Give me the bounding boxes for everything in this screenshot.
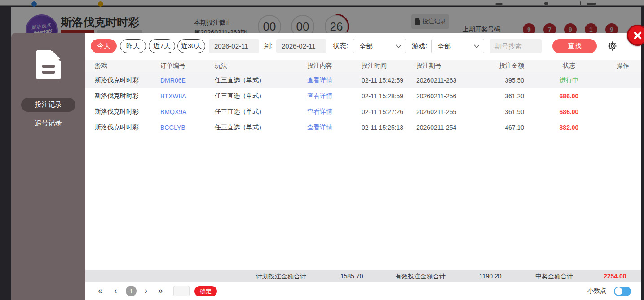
sidebar-item-bet-records[interactable]: 投注记录 bbox=[21, 98, 75, 112]
table-row: 斯洛伐克时时彩 BMQX9A 任三直选（单式） 查看详情 02-11 15:27… bbox=[85, 104, 641, 119]
status-badge: 686.00 bbox=[524, 108, 614, 115]
cell-play: 任三直选（单式） bbox=[215, 76, 307, 84]
cell-period: 20260211-255 bbox=[416, 108, 475, 115]
last-page-button[interactable]: » bbox=[158, 285, 163, 296]
col-order-id: 订单编号 bbox=[160, 62, 215, 70]
status-badge: 进行中 bbox=[524, 76, 614, 84]
screen: 斯洛伐克 时时彩 斯洛伐克时时彩 本期投注截止 第20260211-263期 0… bbox=[0, 0, 644, 300]
game-label: 游戏: bbox=[412, 42, 427, 50]
period-search-input[interactable]: 期号搜索 bbox=[490, 39, 542, 53]
order-id-link[interactable]: DMR06E bbox=[160, 77, 215, 84]
col-time: 投注时间 bbox=[362, 62, 416, 70]
chevron-down-icon bbox=[396, 44, 401, 48]
summary-bar: 计划投注金额合计 1585.70 有效投注金额合计 1190.20 中奖金额合计… bbox=[85, 270, 641, 282]
goto-page-input[interactable] bbox=[173, 286, 190, 296]
date-to-input[interactable]: 2026-02-11 bbox=[276, 39, 326, 53]
cell-period: 20260211-254 bbox=[416, 124, 475, 131]
win-total-label: 中奖金额合计 bbox=[535, 273, 573, 281]
col-amount: 投注金额 bbox=[475, 62, 524, 70]
range-today-button[interactable]: 今天 bbox=[91, 39, 117, 53]
filter-bar: 今天 昨天 近7天 近30天 2026-02-11 到: 2026-02-11 … bbox=[85, 39, 641, 54]
confirm-page-button[interactable]: 确定 bbox=[194, 286, 217, 296]
modal-content: 今天 昨天 近7天 近30天 2026-02-11 到: 2026-02-11 … bbox=[85, 33, 641, 300]
sidebar-item-chase-records[interactable]: 追号记录 bbox=[11, 119, 85, 128]
bet-records-modal: 投注记录 追号记录 今天 昨天 近7天 近30天 2026-02-11 到: 2… bbox=[11, 33, 641, 300]
first-page-button[interactable]: « bbox=[98, 285, 103, 296]
valid-total-value: 1190.20 bbox=[479, 273, 502, 280]
col-action: 操作 bbox=[614, 62, 632, 70]
settings-gear-icon[interactable] bbox=[606, 40, 618, 52]
status-label: 状态: bbox=[333, 42, 348, 50]
cell-play: 任三直选（单式） bbox=[215, 124, 307, 132]
range-7days-button[interactable]: 近7天 bbox=[149, 39, 175, 53]
table-row: 斯洛伐克时时彩 BTXW8A 任三直选（单式） 查看详情 02-11 15:28… bbox=[85, 88, 641, 104]
order-id-link[interactable]: BTXW8A bbox=[160, 93, 215, 100]
col-play: 玩法 bbox=[215, 62, 307, 70]
cell-game: 斯洛伐克时时彩 bbox=[95, 76, 160, 84]
cell-amount: 361.90 bbox=[475, 108, 524, 115]
cell-amount: 395.50 bbox=[475, 77, 524, 84]
range-yesterday-button[interactable]: 昨天 bbox=[120, 39, 146, 53]
cell-play: 任三直选（单式） bbox=[215, 92, 307, 100]
cell-amount: 467.10 bbox=[475, 124, 524, 131]
status-badge: 882.00 bbox=[524, 124, 614, 131]
cell-time: 02-11 15:27:26 bbox=[362, 108, 416, 115]
cell-period: 20260211-263 bbox=[416, 77, 475, 84]
col-period: 投注期号 bbox=[416, 62, 475, 70]
cell-game: 斯洛伐克时时彩 bbox=[95, 108, 160, 116]
col-status: 状态 bbox=[524, 62, 614, 70]
cell-game: 斯洛伐克时时彩 bbox=[95, 92, 160, 100]
decimal-toggle[interactable] bbox=[614, 287, 631, 296]
order-id-link[interactable]: BCGLYB bbox=[160, 124, 215, 131]
prev-page-button[interactable]: ‹ bbox=[114, 285, 117, 296]
cell-game: 斯洛伐克时时彩 bbox=[95, 124, 160, 132]
cell-time: 02-11 15:25:13 bbox=[362, 124, 416, 131]
table-header: 游戏 订单编号 玩法 投注内容 投注时间 投注期号 投注金额 状态 操作 bbox=[85, 60, 641, 72]
cell-amount: 361.20 bbox=[475, 93, 524, 100]
plan-total-value: 1585.70 bbox=[340, 273, 363, 280]
cell-period: 20260211-256 bbox=[416, 93, 475, 100]
col-game: 游戏 bbox=[95, 62, 160, 70]
cell-time: 02-11 15:42:59 bbox=[362, 77, 416, 84]
modal-sidebar: 投注记录 追号记录 bbox=[11, 33, 85, 300]
close-icon bbox=[633, 31, 642, 40]
status-select[interactable]: 全部 bbox=[353, 39, 406, 53]
toggle-knob bbox=[615, 287, 622, 295]
cell-time: 02-11 15:28:59 bbox=[362, 93, 416, 100]
chevron-down-icon bbox=[474, 44, 480, 48]
date-from-input[interactable]: 2026-02-11 bbox=[209, 39, 259, 53]
game-select[interactable]: 全部 bbox=[431, 39, 484, 53]
status-badge: 686.00 bbox=[524, 93, 614, 100]
current-page-button[interactable]: 1 bbox=[126, 286, 137, 296]
records-document-icon bbox=[36, 50, 61, 79]
view-details-link[interactable]: 查看详情 bbox=[307, 76, 362, 84]
next-page-button[interactable]: › bbox=[145, 285, 147, 296]
view-details-link[interactable]: 查看详情 bbox=[307, 108, 362, 116]
col-content: 投注内容 bbox=[307, 62, 362, 70]
cell-play: 任三直选（单式） bbox=[215, 108, 307, 116]
range-30days-button[interactable]: 近30天 bbox=[177, 39, 205, 53]
find-button[interactable]: 查找 bbox=[552, 39, 597, 53]
plan-total-label: 计划投注金额合计 bbox=[256, 273, 306, 281]
order-id-link[interactable]: BMQX9A bbox=[160, 108, 215, 115]
view-details-link[interactable]: 查看详情 bbox=[307, 92, 362, 100]
decimal-label: 小数点 bbox=[587, 287, 606, 295]
game-select-value: 全部 bbox=[437, 42, 451, 50]
status-select-value: 全部 bbox=[359, 42, 373, 50]
win-total-value: 2254.00 bbox=[604, 273, 626, 280]
to-label: 到: bbox=[264, 42, 273, 50]
valid-total-label: 有效投注金额合计 bbox=[395, 273, 446, 281]
pagination-bar: « ‹ 1 › » 确定 小数点 bbox=[85, 282, 641, 300]
view-details-link[interactable]: 查看详情 bbox=[307, 124, 362, 132]
table-row: 斯洛伐克时时彩 DMR06E 任三直选（单式） 查看详情 02-11 15:42… bbox=[85, 72, 641, 88]
table-row: 斯洛伐克时时彩 BCGLYB 任三直选（单式） 查看详情 02-11 15:25… bbox=[85, 119, 641, 135]
